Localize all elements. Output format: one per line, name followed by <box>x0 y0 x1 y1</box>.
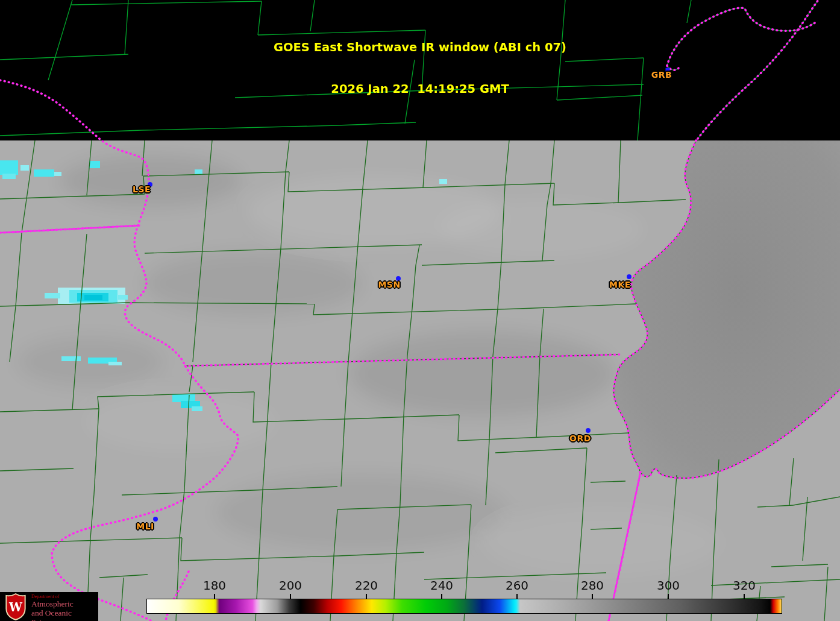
station-label-mke: MKE <box>609 280 631 289</box>
station-label-mli: MLI <box>136 522 154 531</box>
colorbar-tick-label: 220 <box>355 578 378 593</box>
station-label-lse: LSE <box>133 184 151 194</box>
colorbar-tick <box>516 594 518 599</box>
logo-name-line2: and Oceanic Sciences <box>31 608 98 621</box>
colorbar-tick <box>366 594 367 599</box>
colorbar-tick-label: 180 <box>203 578 226 593</box>
title-line2: 2026 Jan 22 14:19:25 GMT <box>0 82 840 96</box>
logo-name-line1: Atmospheric <box>31 599 98 608</box>
colorbar-tick-label: 260 <box>506 578 528 593</box>
colorbar-tick <box>668 594 669 599</box>
colorbar-tick-label: 320 <box>733 578 756 593</box>
goes-satellite-viewer: GOES East Shortwave IR window (ABI ch 07… <box>0 0 840 621</box>
station-dot-mke <box>627 274 632 279</box>
image-title: GOES East Shortwave IR window (ABI ch 07… <box>0 13 840 124</box>
colorbar-tick <box>744 594 745 599</box>
station-dot-ord <box>586 428 591 433</box>
title-line1: GOES East Shortwave IR window (ABI ch 07… <box>0 40 840 54</box>
colorbar-tick <box>592 594 593 599</box>
uw-aos-logo: W Department of Atmospheric and Oceanic … <box>0 592 98 621</box>
logo-department-line: Department of <box>31 594 98 599</box>
colorbar-tick <box>441 594 442 599</box>
station-label-grb: GRB <box>651 70 672 80</box>
colorbar-tick-label: 240 <box>430 578 453 593</box>
colorbar-tick-label: 200 <box>279 578 302 593</box>
uw-crest-icon: W <box>5 593 27 620</box>
colorbar-tick-label: 300 <box>657 578 680 593</box>
colorbar-tick <box>214 594 215 599</box>
colorbar-tick <box>290 594 291 599</box>
uw-monogram: W <box>8 601 23 614</box>
station-label-ord: ORD <box>569 433 591 443</box>
temperature-colorbar <box>146 599 782 614</box>
station-dot-mli <box>153 517 158 522</box>
station-label-msn: MSN <box>378 280 400 289</box>
colorbar-tick-label: 280 <box>581 578 604 593</box>
